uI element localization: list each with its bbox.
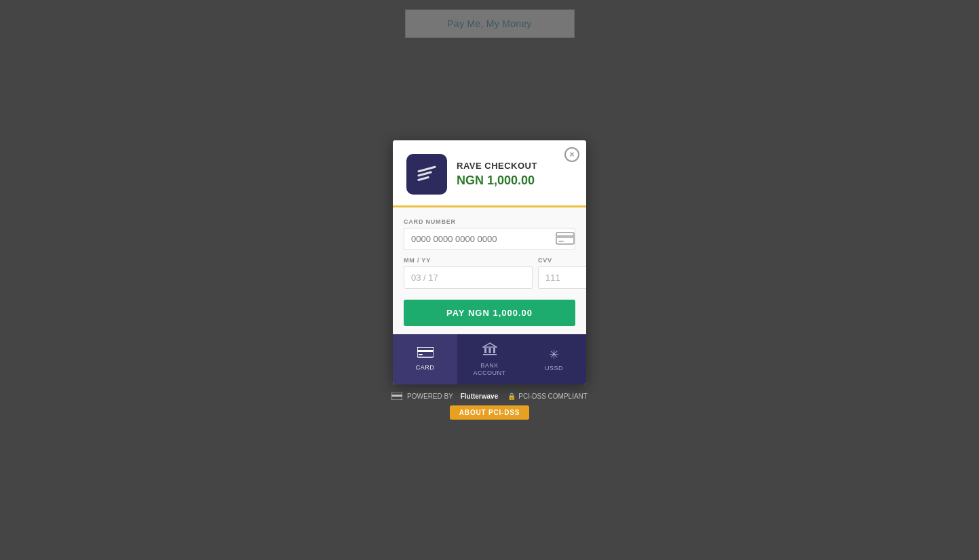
tab-card[interactable]: CARD [393, 334, 457, 385]
modal-title: RAVE CHECKOUT [457, 161, 537, 171]
expiry-label: MM / YY [404, 257, 533, 264]
modal-header: RAVE CHECKOUT NGN 1,000.00 × [393, 140, 586, 207]
svg-rect-4 [417, 350, 434, 352]
powered-by-area: POWERED BY Flutterwave 🔒 PCI-DSS COMPLIA… [391, 393, 588, 400]
modal-overlay: RAVE CHECKOUT NGN 1,000.00 × CARD NUMBER [0, 0, 979, 560]
svg-rect-1 [556, 235, 574, 238]
cvv-group: CVV [538, 257, 586, 289]
modal-amount: NGN 1,000.00 [457, 174, 537, 188]
svg-rect-12 [391, 395, 402, 397]
expiry-wrapper [404, 266, 533, 289]
tab-ussd-label: USSD [545, 365, 563, 372]
cvv-wrapper [538, 266, 586, 289]
expiry-group: MM / YY [404, 257, 533, 289]
svg-marker-6 [483, 343, 497, 347]
card-tab-icon [417, 347, 434, 361]
logo-icon [417, 168, 436, 180]
payment-tab-bar: CARD BANKACCOUNT ✳ USSD [393, 334, 586, 385]
modal-title-area: RAVE CHECKOUT NGN 1,000.00 [457, 161, 537, 188]
card-icon [556, 232, 575, 245]
svg-rect-9 [493, 348, 495, 353]
card-number-wrapper [404, 228, 575, 250]
cvv-input[interactable] [539, 267, 586, 288]
expiry-input[interactable] [404, 267, 532, 288]
svg-rect-3 [417, 347, 434, 357]
card-number-group: CARD NUMBER [404, 218, 575, 250]
svg-rect-0 [556, 233, 574, 244]
svg-rect-10 [483, 354, 497, 355]
svg-rect-2 [558, 241, 564, 242]
tab-card-label: CARD [416, 364, 435, 372]
modal-footer: POWERED BY Flutterwave 🔒 PCI-DSS COMPLIA… [391, 393, 588, 420]
expiry-cvv-row: MM / YY CVV [404, 257, 575, 289]
pay-button[interactable]: PAY NGN 1,000.00 [404, 300, 575, 326]
svg-rect-5 [419, 354, 423, 355]
bank-tab-icon [482, 342, 497, 359]
close-button[interactable]: × [564, 147, 579, 162]
card-number-label: CARD NUMBER [404, 218, 575, 225]
pci-dss-text: 🔒 PCI-DSS COMPLIANT [507, 393, 588, 400]
ussd-tab-icon: ✳ [549, 347, 560, 362]
checkout-modal: RAVE CHECKOUT NGN 1,000.00 × CARD NUMBER [393, 140, 586, 385]
tab-ussd[interactable]: ✳ USSD [522, 334, 586, 385]
svg-rect-8 [488, 348, 491, 353]
svg-rect-7 [484, 348, 486, 353]
about-pci-button[interactable]: ABOUT PCI-DSS [450, 405, 529, 420]
tab-bank-account[interactable]: BANKACCOUNT [457, 334, 522, 385]
tab-bank-label: BANKACCOUNT [474, 362, 506, 377]
powered-by-text: POWERED BY Flutterwave [391, 393, 498, 400]
card-number-input[interactable] [404, 228, 556, 249]
brand-logo [406, 154, 447, 195]
modal-body: CARD NUMBER MM / YY [393, 207, 586, 334]
cvv-label: CVV [538, 257, 586, 264]
